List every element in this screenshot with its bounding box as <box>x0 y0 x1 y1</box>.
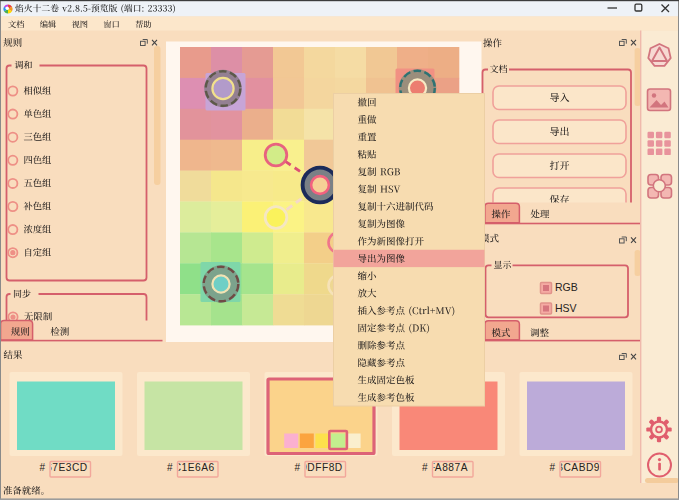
svg-text:#: # <box>295 462 301 473</box>
svg-text:#: # <box>167 462 173 473</box>
svg-text:RGB: RGB <box>555 281 578 293</box>
svg-text:#: # <box>550 462 556 473</box>
svg-text:67E3CD: 67E3CD <box>46 462 88 473</box>
svg-text:HSV: HSV <box>555 302 577 314</box>
svg-text:C1E6A6: C1E6A6 <box>174 462 215 473</box>
svg-text:BCABD9: BCABD9 <box>556 462 600 473</box>
svg-text:FA887A: FA887A <box>429 462 468 473</box>
svg-text:9DFF8D: 9DFF8D <box>301 462 343 473</box>
svg-text:#: # <box>40 462 46 473</box>
svg-text:#: # <box>422 462 428 473</box>
